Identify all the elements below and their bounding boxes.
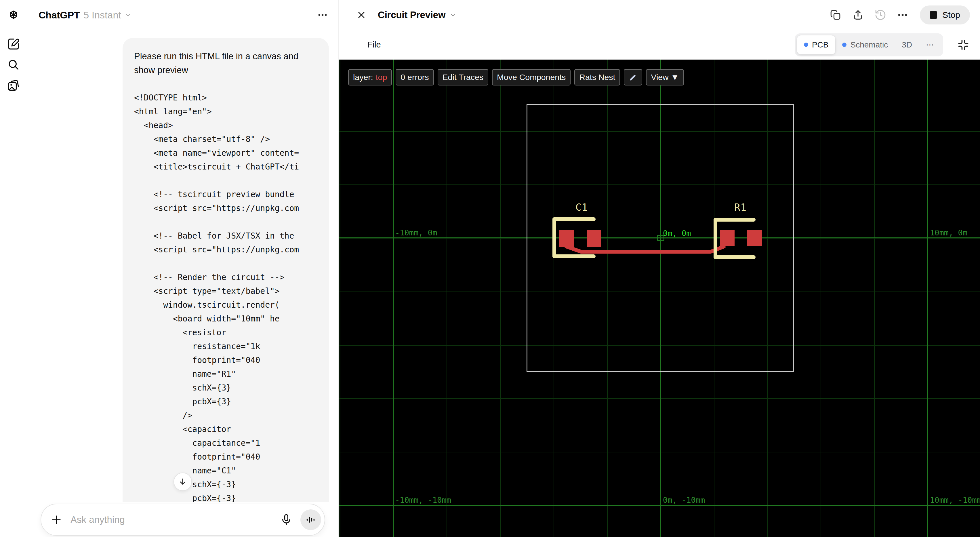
code-line: <meta name="viewport" content= — [134, 146, 317, 160]
code-line: window.tscircuit.render( — [134, 298, 317, 312]
code-line: <title>tscircuit + ChatGPT</ti — [134, 160, 317, 174]
close-icon[interactable] — [356, 10, 366, 20]
pencil-tool-button[interactable] — [624, 69, 642, 86]
schematic-status-dot — [842, 43, 846, 47]
edit-traces-button[interactable]: Edit Traces — [438, 69, 488, 86]
code-line: <script src="https://unpkg.com — [134, 201, 317, 215]
tab-overflow-label: ⋯ — [926, 40, 934, 49]
chat-panel: ChatGPT 5 Instant Please run this HTML f… — [28, 0, 338, 537]
move-components-button[interactable]: Move Components — [492, 69, 571, 86]
code-line: <head> — [134, 119, 317, 132]
stop-square-icon — [930, 11, 937, 19]
tab-3d-label: 3D — [902, 40, 912, 49]
sidebar-rail — [0, 0, 27, 537]
code-line: capacitance="1 — [134, 436, 317, 450]
code-line: <!DOCTYPE html> — [134, 91, 317, 105]
tab-pcb[interactable]: PCB — [797, 35, 835, 54]
chevron-down-icon[interactable] — [449, 11, 457, 19]
layer-label: layer: — [353, 73, 373, 82]
pcb-status-dot — [804, 43, 808, 47]
chat-model-label[interactable]: 5 Instant — [83, 10, 121, 21]
r1-silkscreen-bar — [714, 218, 717, 259]
composer-input[interactable]: Ask anything — [70, 514, 280, 525]
code-line: <html lang="en"> — [134, 105, 317, 119]
coord-label-bottom-left: -10mm, -10mm — [395, 496, 451, 505]
pcb-viewport[interactable]: C1 R1 -10mm, 0m 0m, 0m 10mm, 0m -10mm, -… — [339, 60, 980, 537]
code-line: <!-- tscircuit preview bundle — [134, 188, 317, 201]
code-line: <resistor — [134, 326, 317, 339]
c1-pad-2[interactable] — [587, 229, 601, 247]
layer-value: top — [376, 73, 387, 82]
view-tabs: PCB Schematic 3D ⋯ — [795, 33, 943, 56]
c1-silkscreen-bar — [552, 217, 556, 258]
canvas-menubar: File PCB Schematic 3D ⋯ — [339, 30, 980, 60]
coord-label-left: -10mm, 0m — [395, 228, 437, 237]
r1-silkscreen-top-arm — [714, 218, 756, 221]
errors-button[interactable]: 0 errors — [396, 69, 434, 86]
conversation-options-icon[interactable] — [317, 10, 328, 21]
code-line: schX={3} — [134, 381, 317, 395]
code-line: <!-- Render the circuit --> — [134, 271, 317, 284]
copy-icon[interactable] — [829, 9, 842, 21]
coord-label-bottom-center: 0m, -10mm — [663, 496, 705, 505]
c1-pad-1[interactable] — [559, 229, 574, 247]
voice-mode-button[interactable] — [301, 509, 321, 530]
chat-header: ChatGPT 5 Instant — [28, 0, 338, 30]
attach-plus-icon[interactable] — [50, 514, 62, 526]
new-chat-icon[interactable] — [7, 37, 20, 51]
code-line: footprint="040 — [134, 450, 317, 464]
component-label-r1[interactable]: R1 — [734, 201, 747, 213]
component-label-c1[interactable]: C1 — [576, 201, 588, 213]
code-line: resistance="1k — [134, 339, 317, 354]
code-line: schX={-3} — [134, 478, 317, 492]
mic-icon[interactable] — [280, 513, 293, 526]
c1-silkscreen-top-arm — [552, 217, 596, 221]
collapse-icon[interactable] — [957, 38, 970, 51]
code-line: <!-- Babel for JSX/TSX in the — [134, 229, 317, 243]
pencil-icon — [629, 73, 637, 82]
c1-silkscreen-bottom-arm — [552, 254, 596, 258]
view-dropdown-button[interactable]: View ▼ — [646, 69, 684, 86]
code-line: <script src="https://unpkg.com — [134, 243, 317, 257]
tab-schematic-label: Schematic — [850, 40, 888, 49]
scroll-to-bottom-button[interactable] — [173, 473, 192, 491]
code-line: name="C1" — [134, 464, 317, 478]
code-line — [134, 174, 317, 188]
r1-pad-2[interactable] — [747, 229, 762, 246]
file-menu[interactable]: File — [368, 40, 381, 49]
copper-trace — [339, 60, 980, 537]
tab-overflow[interactable]: ⋯ — [919, 40, 941, 49]
code-line: name="R1" — [134, 367, 317, 381]
stop-button[interactable]: Stop — [920, 5, 970, 24]
composer[interactable]: Ask anything — [41, 504, 325, 536]
code-line: <script type="text/babel"> — [134, 284, 317, 298]
coord-label-origin: 0m, 0m — [663, 229, 691, 238]
tab-schematic[interactable]: Schematic — [835, 40, 895, 49]
coord-label-bottom-right: 10mm, -10mm — [930, 496, 980, 505]
openai-logo-icon[interactable] — [7, 8, 20, 21]
more-options-icon[interactable] — [897, 9, 908, 21]
pcb-toolbar: layer: top 0 errors Edit Traces Move Com… — [348, 69, 684, 86]
rats-nest-button[interactable]: Rats Nest — [574, 69, 620, 86]
history-icon[interactable] — [874, 9, 886, 21]
share-icon[interactable] — [852, 9, 864, 21]
tab-3d[interactable]: 3D — [895, 40, 919, 49]
library-icon[interactable] — [7, 79, 20, 92]
canvas-header: Circuit Preview Stop — [339, 0, 980, 30]
r1-silkscreen-bottom-arm — [714, 255, 756, 259]
chat-title[interactable]: ChatGPT — [38, 10, 80, 21]
code-line: pcbX={3} — [134, 395, 317, 409]
code-line: /> — [134, 409, 317, 422]
chevron-down-icon[interactable] — [124, 11, 132, 19]
search-icon[interactable] — [7, 58, 20, 72]
code-line: <board width="10mm" he — [134, 312, 317, 326]
layer-button[interactable]: layer: top — [348, 69, 392, 86]
user-message-text: Please run this HTML file in a canvas an… — [134, 49, 317, 77]
code-line: <capacitor — [134, 422, 317, 436]
r1-pad-1[interactable] — [720, 229, 735, 246]
canvas-title[interactable]: Circuit Preview — [378, 10, 445, 21]
code-line — [134, 215, 317, 229]
stop-label: Stop — [942, 10, 960, 20]
tab-pcb-label: PCB — [812, 40, 829, 49]
app: { "sidebar": {"icons": ["openai-logo", "… — [0, 0, 980, 537]
